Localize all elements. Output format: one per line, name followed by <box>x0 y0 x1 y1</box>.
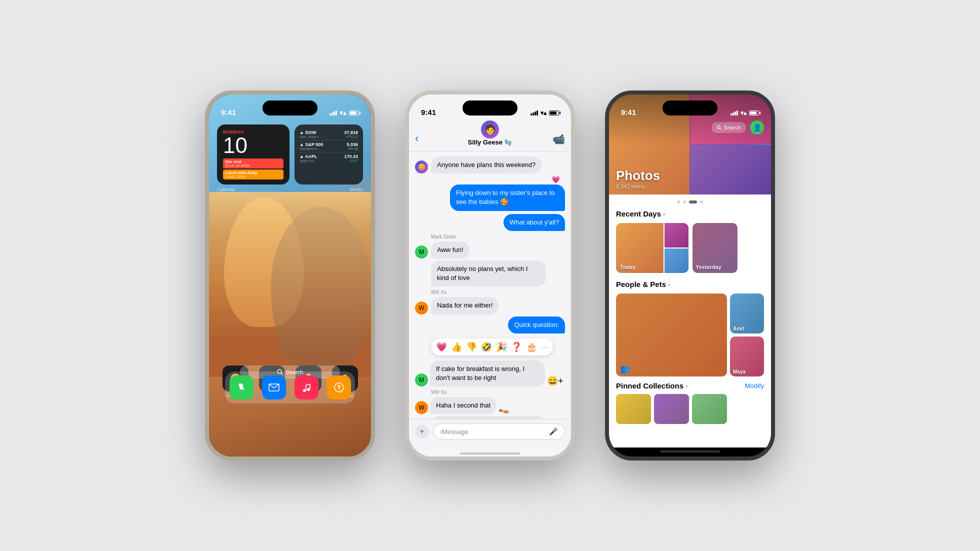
stock-dow: ▲ DOW Dow Jones I... 37,816 +570.17 <box>300 128 358 140</box>
tapback-question[interactable]: ❓ <box>511 342 522 352</box>
msg-4-bubble: Aww fun! <box>431 242 470 258</box>
msg-9-text: If cake for breakfast is wrong, I don't … <box>436 365 524 382</box>
battery-fill-photos <box>750 112 756 114</box>
group-name-text: Silly Geese 🧤 <box>468 138 512 146</box>
mic-icon: 🎤 <box>549 428 558 436</box>
svg-point-13 <box>303 389 306 392</box>
pinned-item-1[interactable] <box>616 394 651 424</box>
dot-grid[interactable] <box>689 200 697 204</box>
cal-event-2-time: 11AM–12PM <box>225 175 282 178</box>
msg-10-text: Haha I second that <box>436 402 490 409</box>
tapback-laugh[interactable]: 🤣 <box>481 342 492 352</box>
stock-dow-name: ▲ DOW <box>300 130 322 135</box>
dock-phone[interactable] <box>230 376 254 400</box>
people-main[interactable]: 👥 <box>616 294 727 376</box>
bar2 <box>332 112 333 116</box>
tapback-heart[interactable]: 💗 <box>436 342 447 352</box>
dock-music[interactable] <box>294 376 318 400</box>
modify-button[interactable]: Modify <box>745 382 764 390</box>
svg-point-14 <box>307 388 310 391</box>
dock-mail[interactable] <box>262 376 286 400</box>
tapback-row[interactable]: 💗 👍 👎 🤣 🎉 ❓ 🎂 … <box>431 338 553 356</box>
people-pets-label: People & Pets <box>616 280 666 288</box>
card-yesterday[interactable]: Yesterday <box>692 223 738 273</box>
pinned-header: Pinned Collections › Modify <box>616 382 764 390</box>
svg-marker-19 <box>338 384 340 388</box>
cal-event-1-time: 10:15–10:45AM <box>225 164 282 168</box>
cal-event-2: Lunch with Andy 11AM–12PM <box>223 170 284 180</box>
msg-3-text: What about y'all? <box>510 218 559 226</box>
cal-event-1-title: Site visit <box>225 160 282 164</box>
stock-sp500: ▲ S&P 500 Standard &... 5,036 +80.48 <box>300 140 358 152</box>
adult-silhouette <box>271 207 371 367</box>
msg-5-avatar <box>415 274 428 286</box>
dynamic-island-2 <box>462 100 518 116</box>
pinned-item-2[interactable] <box>654 394 689 424</box>
msg-7-text: Quick question: <box>514 321 559 328</box>
stock-dow-change: +570.17 <box>344 135 358 138</box>
stock-aapl: ▲ AAPL Apple Inc... 170.33 +3.17 <box>300 152 358 164</box>
message-input-bar: + iMessage 🎤 <box>409 419 571 450</box>
widget-stocks[interactable]: ▲ DOW Dow Jones I... 37,816 +570.17 ▲ S&… <box>294 124 363 184</box>
widget-calendar[interactable]: MONDAY 10 Site visit 10:15–10:45AM Lunch… <box>217 124 290 184</box>
maya-label: Maya <box>733 369 746 374</box>
photos-app-title: Photos <box>616 168 660 184</box>
dynamic-island-3 <box>662 100 718 116</box>
msg-2-bubble: Flying down to my sister's place to see … <box>450 184 565 210</box>
bar1 <box>330 114 331 116</box>
card-today[interactable]: Today <box>616 223 688 273</box>
msg-2-group: 💗 Flying down to my sister's place to se… <box>415 176 565 210</box>
tapback-more[interactable]: … <box>541 342 548 352</box>
pinned-row <box>616 394 764 424</box>
app-dock: Find My FaceTime Watch <box>217 366 363 406</box>
dot-1[interactable] <box>677 200 680 204</box>
dot-2[interactable] <box>683 200 686 204</box>
tapback-party[interactable]: 🎉 <box>496 342 507 352</box>
stock-sp-price: 5,036 <box>346 142 358 147</box>
add-attachment-button[interactable]: + <box>415 424 429 438</box>
pinned-section: Pinned Collections › Modify <box>616 382 764 424</box>
amit-photo[interactable]: Amit <box>730 294 764 334</box>
msg-6-text: Nada for me either! <box>437 302 492 309</box>
tapback-thumbsdown[interactable]: 👎 <box>466 342 477 352</box>
photos-item-count: 8,342 Items <box>616 184 660 190</box>
photos-title-bottom: Photos 8,342 Items <box>616 168 660 190</box>
msg-6-avatar: W <box>415 302 428 314</box>
tapback-cake[interactable]: 🎂 <box>526 342 537 352</box>
dot-4[interactable] <box>700 200 703 204</box>
back-button[interactable]: ‹ <box>415 132 418 145</box>
video-call-button[interactable]: 📹 <box>552 133 565 145</box>
group-avatar: 🧑 <box>481 120 499 138</box>
dock-safari[interactable] <box>327 376 351 400</box>
msg-9-avatar: M <box>415 374 428 386</box>
msg-4-avatar: M <box>415 246 428 258</box>
pinned-item-3[interactable] <box>692 394 727 424</box>
phone-messages: 9:41 ▾▴ ‹ 🧑 Silly Geese 🧤 <box>405 90 575 460</box>
photos-body: Recent Days › Today Yesterday <box>609 194 771 448</box>
header-center: 🧑 Silly Geese 🧤 <box>468 120 512 146</box>
stock-sp-change: +80.48 <box>346 147 358 150</box>
bar2m <box>532 112 534 116</box>
tapback-thumbsup[interactable]: 👍 <box>451 342 462 352</box>
wifi-icon-photos: ▾▴ <box>740 110 746 116</box>
photos-user-avatar[interactable]: 👤 <box>750 120 764 134</box>
widgets-row: MONDAY 10 Site visit 10:15–10:45AM Lunch… <box>217 124 363 184</box>
home-indicator-msg <box>460 452 520 454</box>
stock-aapl-full: Apple Inc... <box>300 159 318 162</box>
bar1p <box>730 114 732 116</box>
photos-search-button[interactable]: Search <box>712 122 746 133</box>
svg-marker-20 <box>338 388 340 391</box>
svg-line-17 <box>306 384 310 385</box>
svg-point-21 <box>717 126 720 128</box>
msg-5-text: Absolutely no plans yet, which I kind of… <box>437 265 528 282</box>
signal-bars-home <box>330 110 337 116</box>
phone-photos: 9:41 ▾▴ <box>605 90 775 460</box>
calendar-label: Calendar <box>217 187 236 192</box>
maya-photo[interactable]: Maya <box>730 336 764 376</box>
dock-mail-icon <box>262 376 286 400</box>
pinned-label: Pinned Collections <box>616 382 684 390</box>
recent-days-row: Today Yesterday <box>616 223 764 273</box>
battery-msg <box>549 110 559 116</box>
wifi-icon-msg: ▾▴ <box>540 110 546 116</box>
message-input-field[interactable]: iMessage 🎤 <box>433 424 565 440</box>
